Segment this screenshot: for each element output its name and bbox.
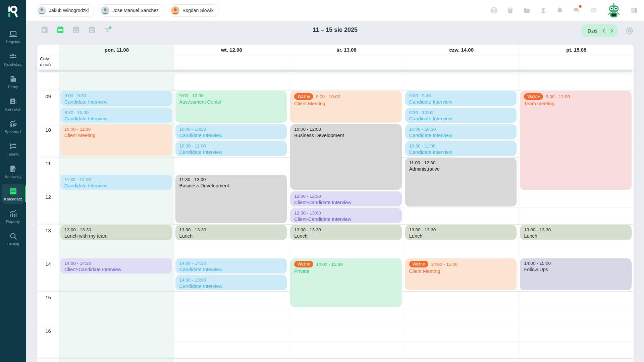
event-time: 9:00 - 10:00 — [179, 93, 204, 98]
calendar-event[interactable]: Ważne14:00 - 15:30Private — [290, 258, 402, 307]
calendar-event[interactable]: 13:00 - 13:30Lunch with my team — [60, 225, 172, 240]
event-title: Candidate Interview — [409, 149, 513, 155]
prev-week-icon[interactable] — [601, 27, 607, 34]
sidebar-item-kalendarz[interactable]: Kalendarz — [0, 183, 26, 204]
allday-cell-0[interactable] — [59, 55, 174, 69]
sales-icon: $ — [8, 119, 18, 128]
scrollbar-thumb[interactable] — [39, 70, 632, 72]
calendar-event[interactable]: 14:00 - 14:30Client-Candidate Interview — [60, 258, 172, 274]
day-header-4[interactable]: pt. 15.08 — [519, 45, 634, 55]
calendar-event[interactable]: 10:00 - 10:30Candidate Interview — [405, 124, 517, 139]
user-chip-name: Jakub Winogrodzki — [49, 8, 89, 13]
user-chips: Jakub Winogrodzki Jose Manuel Sanchez Bo… — [35, 4, 219, 17]
calendar-event[interactable]: 9:00 - 9:30Candidate Interview — [60, 91, 172, 106]
calendar-event[interactable]: 12:30 - 13:00Client-Candidate Interview — [290, 208, 402, 223]
settings-gear-icon[interactable] — [625, 26, 634, 35]
mail-icon[interactable] — [589, 6, 598, 14]
calendar-event[interactable]: 13:00 - 13:30Lunch — [175, 225, 287, 240]
robot-avatar[interactable] — [606, 3, 622, 18]
important-badge: Ważne — [524, 93, 543, 100]
agent-icon[interactable] — [539, 6, 547, 14]
sidebar-item-sprzedaż[interactable]: $Sprzedaż — [0, 116, 26, 137]
calendar-event[interactable]: 11:30 - 12:00Candidate Interview — [60, 175, 172, 190]
calendar-event[interactable]: 10:30 - 11:00Candidate Interview — [175, 141, 287, 156]
calendar-event[interactable]: Ważne14:00 - 15:00Client Meeting — [405, 258, 517, 290]
day-column-0[interactable]: 9:00 - 9:30Candidate Interview9:30 - 10:… — [59, 73, 174, 362]
calendar-event[interactable]: 13:00 - 13:30Lunch — [290, 225, 402, 240]
topbar-icons — [490, 3, 638, 18]
calendar-event[interactable]: 13:00 - 13:30Lunch — [405, 225, 517, 240]
event-time: 9:30 - 10:00 — [64, 110, 89, 115]
sidebar-item-kontakty[interactable]: Kontakty — [0, 94, 26, 114]
folder-icon[interactable] — [523, 6, 531, 14]
event-title: Candidate Interview — [179, 284, 283, 289]
hour-label-10: 10 — [37, 127, 59, 133]
app-logo[interactable] — [6, 1, 20, 23]
day-header-0[interactable]: pon. 11.08 — [59, 45, 174, 55]
calendar-event[interactable]: 11:30 - 13:00Business Development — [175, 175, 287, 223]
day-column-1[interactable]: 9:00 - 10:00Assessment Center10:00 - 10:… — [174, 73, 289, 362]
allday-cell-2[interactable] — [289, 55, 404, 69]
horizontal-scrollbar[interactable] — [37, 69, 634, 73]
day-column-4[interactable]: Ważne9:00 - 12:00Team meeting13:00 - 13:… — [519, 73, 634, 362]
allday-cell-1[interactable] — [174, 55, 289, 69]
event-time: 9:00 - 9:30 — [64, 93, 86, 98]
calendar-event[interactable]: 13:00 - 13:30Lunch — [520, 225, 632, 240]
user-chip-name: Jose Manuel Sanchez — [112, 8, 159, 13]
calendar-event[interactable]: 12:00 - 12:30Client-Candidate Interview — [290, 191, 402, 206]
sidebar-item-projekty[interactable]: Projekty — [0, 26, 26, 47]
day-header-3[interactable]: czw. 14.08 — [404, 45, 519, 55]
calendar-event[interactable]: 11:00 - 12:30Administrative — [405, 158, 517, 206]
target-icon[interactable] — [490, 6, 498, 14]
bell-icon[interactable] — [556, 6, 564, 14]
day-header-row: pon. 11.08wt. 12.08śr. 13.08czw. 14.08pt… — [37, 45, 634, 55]
event-time: 10:00 - 11:00 — [64, 127, 91, 132]
calendar-event[interactable]: 9:30 - 10:00Candidate Interview — [60, 108, 172, 123]
calendar-event[interactable]: 9:30 - 10:00Candidate Interview — [405, 108, 517, 123]
sidebar-item-kandydaci[interactable]: Kandydaci — [0, 49, 26, 69]
sidebar-item-label: Sprzedaż — [5, 130, 21, 134]
sidebar-item-raporty[interactable]: Raporty — [0, 206, 26, 227]
calendar-card: pon. 11.08wt. 12.08śr. 13.08czw. 14.08pt… — [37, 44, 634, 362]
event-title: Business Development — [294, 133, 398, 138]
calendar-event[interactable]: 10:00 - 11:00Client Meeting — [60, 124, 172, 156]
event-title: Client-Candidate Interview — [294, 217, 398, 222]
calendar-event[interactable]: 10:00 - 10:30Candidate Interview — [175, 124, 287, 139]
allday-cell-3[interactable] — [404, 55, 519, 69]
event-title: Lunch — [179, 233, 283, 239]
panel-icon[interactable] — [630, 6, 638, 14]
calendar-event[interactable]: 14:00 - 14:30Candidate Interview — [175, 258, 287, 274]
calendar-event[interactable]: Ważne9:00 - 12:00Team meeting — [520, 91, 632, 190]
sidebar-item-szukaj[interactable]: Szukaj — [0, 228, 26, 249]
calendar-event[interactable]: 14:30 - 15:00Candidate Interview — [175, 275, 287, 290]
calendar-event[interactable]: Ważne9:00 - 10:00Client Meeting — [290, 91, 402, 123]
event-time: 12:00 - 12:30 — [294, 194, 321, 199]
reports-icon — [9, 209, 18, 218]
day-column-3[interactable]: 9:00 - 9:30Candidate Interview9:30 - 10:… — [404, 73, 519, 362]
user-chip[interactable]: Bogdan Slowik — [168, 4, 219, 17]
calendar-event[interactable]: 9:00 - 9:30Candidate Interview — [405, 91, 517, 106]
today-button[interactable]: Dziś — [581, 24, 618, 37]
sidebar-item-talenty[interactable]: Talenty — [0, 138, 26, 159]
calendar-event[interactable]: 10:30 - 11:00Candidate Interview — [405, 141, 517, 156]
calendar-event[interactable]: 10:00 - 12:00Business Development — [290, 124, 402, 190]
event-title: Private — [294, 268, 398, 274]
day-header-2[interactable]: śr. 13.08 — [289, 45, 404, 55]
clipboard-icon[interactable] — [506, 6, 514, 14]
day-column-2[interactable]: Ważne9:00 - 10:00Client Meeting10:00 - 1… — [289, 73, 404, 362]
user-chip[interactable]: Jose Manuel Sanchez — [98, 4, 164, 17]
sidebar-item-kontrakty[interactable]: Kontrakty — [0, 161, 26, 182]
calendar-event[interactable]: 9:00 - 10:00Assessment Center — [175, 91, 287, 123]
chat-icon[interactable] — [572, 6, 581, 15]
user-chip[interactable]: Jakub Winogrodzki — [35, 4, 94, 17]
next-week-icon[interactable] — [608, 27, 615, 34]
day-header-1[interactable]: wt. 12.08 — [174, 45, 289, 55]
sidebar-item-firmy[interactable]: Firmy — [0, 71, 26, 92]
event-title: Lunch — [409, 233, 513, 239]
event-time: 9:00 - 10:00 — [316, 94, 340, 99]
notification-dot — [578, 4, 582, 8]
calendar-event[interactable]: 14:00 - 15:00Follow Ups — [520, 258, 632, 290]
allday-cell-4[interactable] — [519, 55, 634, 69]
event-title: Candidate Interview — [64, 183, 168, 188]
candidates-icon — [8, 52, 18, 61]
